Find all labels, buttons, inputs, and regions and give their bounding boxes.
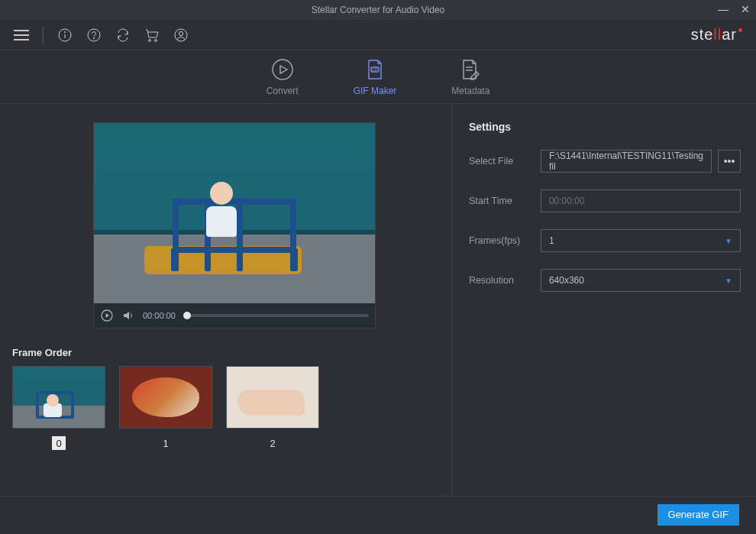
titlebar: Stellar Converter for Audio Video — ✕ bbox=[0, 0, 756, 20]
menu-icon[interactable] bbox=[14, 28, 29, 43]
frame-order-label: Frame Order bbox=[12, 347, 439, 358]
close-button[interactable]: ✕ bbox=[741, 3, 750, 15]
svg-point-10 bbox=[175, 29, 187, 41]
video-preview: 00:00:00 bbox=[93, 122, 376, 328]
frame-thumb[interactable]: 2 bbox=[226, 366, 319, 450]
volume-button[interactable] bbox=[121, 309, 135, 322]
mode-bar: Convert GIF GIF Maker Metadata bbox=[0, 50, 756, 104]
frame-index[interactable]: 2 bbox=[266, 436, 279, 450]
mode-label: Metadata bbox=[451, 86, 489, 96]
footer: Generate GIF bbox=[0, 496, 756, 532]
mode-metadata[interactable]: Metadata bbox=[451, 58, 489, 96]
minimize-button[interactable]: — bbox=[718, 3, 729, 15]
resolution-select[interactable]: 640x360 ▼ bbox=[541, 269, 741, 292]
brand-logo: stellar bbox=[691, 26, 742, 44]
frame-thumb[interactable]: 1 bbox=[119, 366, 212, 450]
preview-frame[interactable] bbox=[94, 123, 375, 303]
svg-point-9 bbox=[155, 39, 157, 41]
cart-icon[interactable] bbox=[144, 28, 160, 43]
svg-point-7 bbox=[93, 37, 94, 38]
start-time-input[interactable]: 00:00:00 bbox=[541, 189, 741, 212]
play-button[interactable] bbox=[100, 309, 114, 322]
frame-index[interactable]: 0 bbox=[52, 436, 66, 450]
document-edit-icon bbox=[459, 58, 482, 81]
mode-gif-maker[interactable]: GIF GIF Maker bbox=[354, 58, 397, 96]
frame-order-thumbs: 0 1 2 bbox=[12, 366, 439, 450]
player-time: 00:00:00 bbox=[143, 311, 176, 320]
frame-thumb[interactable]: 0 bbox=[12, 366, 105, 450]
player-controls: 00:00:00 bbox=[94, 303, 375, 328]
preview-pane: 00:00:00 Frame Order 0 1 2 bbox=[0, 104, 452, 496]
info-icon[interactable] bbox=[57, 28, 73, 43]
toolbar-divider bbox=[43, 27, 44, 44]
mode-label: Convert bbox=[267, 86, 299, 96]
user-icon[interactable] bbox=[173, 28, 189, 43]
svg-point-6 bbox=[88, 29, 100, 41]
toolbar: stellar bbox=[0, 20, 756, 50]
resolution-label: Resolution bbox=[469, 275, 528, 286]
help-icon[interactable] bbox=[86, 28, 102, 43]
gif-file-icon: GIF bbox=[363, 58, 386, 81]
select-file-label: Select File bbox=[469, 156, 528, 167]
svg-point-11 bbox=[179, 31, 183, 35]
chevron-down-icon: ▼ bbox=[725, 237, 732, 245]
svg-text:GIF: GIF bbox=[372, 67, 378, 71]
select-file-input[interactable]: F:\S1441\Internal\TESTING11\Testing fil bbox=[541, 150, 712, 173]
app-title: Stellar Converter for Audio Video bbox=[312, 5, 445, 15]
refresh-icon[interactable] bbox=[115, 28, 131, 43]
svg-point-5 bbox=[64, 31, 65, 32]
settings-pane: Settings Select File F:\S1441\Internal\T… bbox=[452, 104, 756, 496]
settings-title: Settings bbox=[469, 121, 741, 133]
generate-gif-button[interactable]: Generate GIF bbox=[657, 504, 739, 526]
mode-convert[interactable]: Convert bbox=[267, 58, 299, 96]
chevron-down-icon: ▼ bbox=[725, 277, 732, 285]
frames-label: Frames(fps) bbox=[469, 235, 528, 246]
play-circle-icon bbox=[271, 58, 294, 81]
svg-marker-20 bbox=[124, 312, 129, 319]
svg-marker-13 bbox=[280, 66, 287, 73]
start-time-label: Start Time bbox=[469, 196, 528, 206]
frame-index[interactable]: 1 bbox=[159, 436, 173, 450]
svg-marker-19 bbox=[106, 313, 110, 318]
svg-point-8 bbox=[149, 39, 151, 41]
mode-label: GIF Maker bbox=[354, 86, 397, 96]
seek-track[interactable] bbox=[183, 314, 369, 317]
frames-select[interactable]: 1 ▼ bbox=[541, 229, 741, 252]
svg-point-12 bbox=[273, 60, 292, 79]
browse-button[interactable]: ••• bbox=[718, 150, 741, 173]
